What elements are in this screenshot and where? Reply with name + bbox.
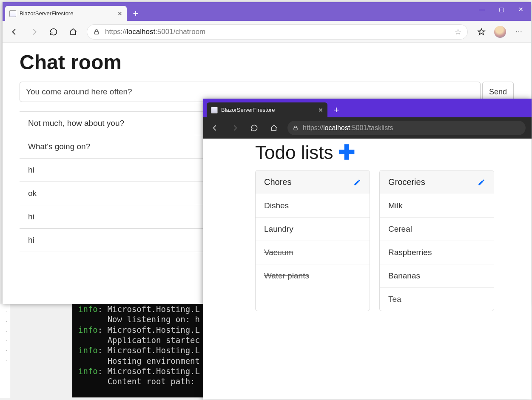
forward-button[interactable] — [28, 26, 40, 38]
titlebar: BlazorServerFirestore ✕ + — ▢ ✕ — [3, 2, 531, 21]
editor-gutter: ------ — [0, 304, 10, 398]
task-item[interactable]: Tea — [380, 288, 494, 311]
lock-icon — [93, 28, 100, 35]
add-list-button[interactable]: ✚ — [338, 145, 355, 160]
profile-avatar[interactable] — [494, 26, 506, 38]
new-tab-button[interactable]: + — [329, 103, 344, 117]
page-title: Todo lists ✚ — [255, 142, 532, 163]
favorite-icon[interactable]: ☆ — [455, 27, 461, 37]
titlebar: BlazorServerFirestore ✕ + — [203, 99, 532, 117]
edit-list-icon[interactable] — [478, 179, 485, 186]
url-text: https://localhost:5001/chatroom — [105, 28, 205, 36]
task-list: GroceriesMilkCerealRaspberriesBananasTea — [379, 170, 494, 311]
collections-icon[interactable] — [475, 26, 487, 38]
svg-rect-0 — [94, 31, 98, 34]
svg-rect-1 — [294, 128, 297, 130]
close-tab-icon[interactable]: ✕ — [117, 10, 122, 17]
task-item[interactable]: Vacuum — [256, 241, 370, 264]
url-text: https://localhost:5001/tasklists — [303, 124, 393, 132]
close-window-button[interactable]: ✕ — [511, 2, 531, 17]
back-button[interactable] — [9, 26, 20, 38]
task-list: ChoresDishesLaundryVacuumWater plants — [255, 170, 370, 311]
address-bar[interactable]: https://localhost:5001/tasklists — [287, 121, 526, 135]
task-item[interactable]: Raspberries — [380, 241, 494, 264]
new-tab-button[interactable]: + — [128, 6, 143, 21]
home-button[interactable] — [67, 26, 79, 38]
browser-toolbar: https://localhost:5001/chatroom ☆ ⋯ — [3, 21, 531, 43]
task-lists-container: ChoresDishesLaundryVacuumWater plantsGro… — [255, 170, 532, 311]
tab-title: BlazorServerFirestore — [221, 107, 315, 113]
favicon-icon — [211, 107, 218, 113]
task-item[interactable]: Cereal — [380, 218, 494, 241]
page-content-todo: Todo lists ✚ ChoresDishesLaundryVacuumWa… — [203, 139, 532, 311]
home-button[interactable] — [268, 122, 280, 134]
browser-tab[interactable]: BlazorServerFirestore ✕ — [207, 102, 327, 117]
favicon-icon — [9, 10, 16, 17]
task-list-header: Groceries — [380, 170, 494, 194]
address-bar[interactable]: https://localhost:5001/chatroom ☆ — [87, 24, 468, 40]
page-title: Chat room — [20, 51, 514, 74]
refresh-button[interactable] — [48, 26, 60, 38]
browser-toolbar: https://localhost:5001/tasklists — [203, 117, 532, 139]
task-list-name: Chores — [264, 177, 291, 187]
lock-icon — [293, 125, 299, 131]
task-item[interactable]: Laundry — [256, 218, 370, 241]
forward-button[interactable] — [229, 122, 241, 134]
window-controls: — ▢ ✕ — [472, 2, 531, 17]
task-item[interactable]: Milk — [380, 194, 494, 218]
maximize-button[interactable]: ▢ — [492, 2, 511, 17]
more-menu-icon[interactable]: ⋯ — [513, 26, 525, 38]
task-item[interactable]: Water plants — [256, 264, 370, 287]
task-list-name: Groceries — [388, 177, 425, 187]
close-tab-icon[interactable]: ✕ — [318, 107, 323, 113]
browser-window-todo: BlazorServerFirestore ✕ + https://localh… — [203, 99, 532, 400]
minimize-button[interactable]: — — [472, 2, 492, 17]
browser-tab[interactable]: BlazorServerFirestore ✕ — [5, 6, 127, 21]
edit-list-icon[interactable] — [353, 179, 361, 186]
refresh-button[interactable] — [248, 122, 260, 134]
task-item[interactable]: Bananas — [380, 264, 494, 288]
task-item[interactable]: Dishes — [256, 194, 370, 218]
back-button[interactable] — [209, 122, 221, 134]
tab-title: BlazorServerFirestore — [20, 10, 114, 17]
task-list-header: Chores — [256, 170, 370, 194]
